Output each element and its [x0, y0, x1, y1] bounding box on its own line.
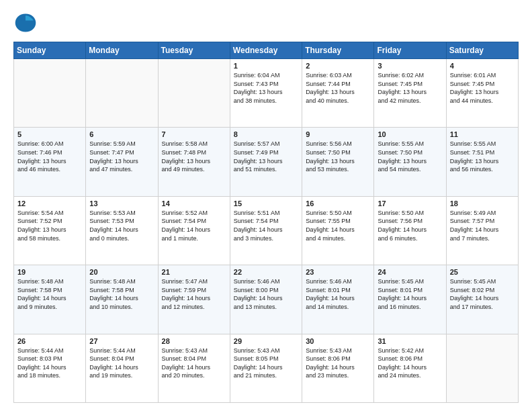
header-saturday: Saturday	[446, 42, 518, 59]
calendar-cell: 17Sunrise: 5:50 AM Sunset: 7:56 PM Dayli…	[374, 196, 446, 265]
cell-content: Sunrise: 5:43 AM Sunset: 8:05 PM Dayligh…	[234, 347, 298, 380]
week-row-2: 12Sunrise: 5:54 AM Sunset: 7:52 PM Dayli…	[14, 196, 519, 265]
cell-content: Sunrise: 5:43 AM Sunset: 8:06 PM Dayligh…	[306, 347, 370, 380]
cell-content: Sunrise: 5:42 AM Sunset: 8:06 PM Dayligh…	[378, 347, 442, 380]
day-number: 6	[89, 130, 154, 138]
day-number: 30	[306, 337, 370, 345]
day-number: 14	[162, 199, 226, 208]
calendar-cell: 1Sunrise: 6:04 AM Sunset: 7:43 PM Daylig…	[230, 59, 302, 128]
logo-icon	[13, 11, 38, 35]
calendar-cell: 2Sunrise: 6:03 AM Sunset: 7:44 PM Daylig…	[302, 59, 374, 128]
calendar-cell: 16Sunrise: 5:50 AM Sunset: 7:55 PM Dayli…	[302, 196, 374, 265]
calendar-cell: 15Sunrise: 5:51 AM Sunset: 7:54 PM Dayli…	[230, 196, 302, 265]
day-number: 15	[234, 199, 298, 208]
header-row: SundayMondayTuesdayWednesdayThursdayFrid…	[14, 42, 519, 59]
week-row-0: 1Sunrise: 6:04 AM Sunset: 7:43 PM Daylig…	[14, 59, 519, 128]
header-wednesday: Wednesday	[230, 42, 302, 59]
day-number: 18	[450, 199, 515, 208]
cell-content: Sunrise: 6:03 AM Sunset: 7:44 PM Dayligh…	[306, 71, 370, 105]
day-number: 28	[162, 337, 226, 345]
day-number: 29	[234, 337, 298, 345]
cell-content: Sunrise: 5:51 AM Sunset: 7:54 PM Dayligh…	[234, 209, 298, 242]
cell-content: Sunrise: 6:00 AM Sunset: 7:46 PM Dayligh…	[17, 140, 82, 173]
calendar-cell: 14Sunrise: 5:52 AM Sunset: 7:54 PM Dayli…	[158, 196, 230, 265]
day-number: 22	[234, 268, 298, 276]
cell-content: Sunrise: 5:50 AM Sunset: 7:55 PM Dayligh…	[306, 209, 370, 242]
calendar-cell	[86, 59, 158, 128]
day-number: 31	[378, 337, 442, 345]
calendar-cell: 26Sunrise: 5:44 AM Sunset: 8:03 PM Dayli…	[14, 334, 86, 402]
calendar-cell: 5Sunrise: 6:00 AM Sunset: 7:46 PM Daylig…	[14, 128, 86, 196]
day-number: 4	[450, 62, 515, 70]
cell-content: Sunrise: 5:48 AM Sunset: 7:58 PM Dayligh…	[17, 277, 82, 311]
calendar-cell: 9Sunrise: 5:56 AM Sunset: 7:50 PM Daylig…	[302, 128, 374, 196]
cell-content: Sunrise: 5:46 AM Sunset: 8:01 PM Dayligh…	[306, 277, 370, 311]
calendar-cell: 24Sunrise: 5:45 AM Sunset: 8:01 PM Dayli…	[374, 265, 446, 334]
day-number: 16	[306, 199, 370, 208]
day-number: 23	[306, 268, 370, 276]
header-sunday: Sunday	[14, 42, 86, 59]
day-number: 12	[17, 199, 82, 208]
day-number: 3	[378, 62, 442, 70]
calendar-cell: 30Sunrise: 5:43 AM Sunset: 8:06 PM Dayli…	[302, 334, 374, 402]
cell-content: Sunrise: 5:46 AM Sunset: 8:00 PM Dayligh…	[234, 277, 298, 311]
calendar-cell: 29Sunrise: 5:43 AM Sunset: 8:05 PM Dayli…	[230, 334, 302, 402]
calendar-cell: 28Sunrise: 5:43 AM Sunset: 8:04 PM Dayli…	[158, 334, 230, 402]
day-number: 20	[89, 268, 154, 276]
calendar-table: SundayMondayTuesdayWednesdayThursdayFrid…	[13, 42, 519, 403]
day-number: 8	[234, 130, 298, 138]
cell-content: Sunrise: 5:44 AM Sunset: 8:04 PM Dayligh…	[89, 347, 154, 380]
day-number: 26	[17, 337, 82, 345]
day-number: 11	[450, 130, 515, 138]
header-tuesday: Tuesday	[158, 42, 230, 59]
calendar-cell: 23Sunrise: 5:46 AM Sunset: 8:01 PM Dayli…	[302, 265, 374, 334]
calendar-cell: 8Sunrise: 5:57 AM Sunset: 7:49 PM Daylig…	[230, 128, 302, 196]
day-number: 13	[89, 199, 154, 208]
calendar-cell: 12Sunrise: 5:54 AM Sunset: 7:52 PM Dayli…	[14, 196, 86, 265]
cell-content: Sunrise: 5:43 AM Sunset: 8:04 PM Dayligh…	[162, 347, 226, 380]
calendar-cell: 21Sunrise: 5:47 AM Sunset: 7:59 PM Dayli…	[158, 265, 230, 334]
cell-content: Sunrise: 5:47 AM Sunset: 7:59 PM Dayligh…	[162, 277, 226, 311]
cell-content: Sunrise: 5:58 AM Sunset: 7:48 PM Dayligh…	[162, 140, 226, 173]
cell-content: Sunrise: 5:48 AM Sunset: 7:58 PM Dayligh…	[89, 277, 154, 311]
calendar-cell: 22Sunrise: 5:46 AM Sunset: 8:00 PM Dayli…	[230, 265, 302, 334]
calendar-cell: 4Sunrise: 6:01 AM Sunset: 7:45 PM Daylig…	[446, 59, 518, 128]
header-thursday: Thursday	[302, 42, 374, 59]
calendar-cell: 19Sunrise: 5:48 AM Sunset: 7:58 PM Dayli…	[14, 265, 86, 334]
header-monday: Monday	[86, 42, 158, 59]
week-row-3: 19Sunrise: 5:48 AM Sunset: 7:58 PM Dayli…	[14, 265, 519, 334]
day-number: 25	[450, 268, 515, 276]
calendar-cell: 20Sunrise: 5:48 AM Sunset: 7:58 PM Dayli…	[86, 265, 158, 334]
day-number: 9	[306, 130, 370, 138]
day-number: 7	[162, 130, 226, 138]
header	[13, 11, 519, 35]
day-number: 5	[17, 130, 82, 138]
calendar-cell: 13Sunrise: 5:53 AM Sunset: 7:53 PM Dayli…	[86, 196, 158, 265]
calendar-cell: 3Sunrise: 6:02 AM Sunset: 7:45 PM Daylig…	[374, 59, 446, 128]
day-number: 27	[89, 337, 154, 345]
cell-content: Sunrise: 5:49 AM Sunset: 7:57 PM Dayligh…	[450, 209, 515, 242]
calendar-cell	[158, 59, 230, 128]
calendar-cell: 10Sunrise: 5:55 AM Sunset: 7:50 PM Dayli…	[374, 128, 446, 196]
day-number: 10	[378, 130, 442, 138]
cell-content: Sunrise: 5:52 AM Sunset: 7:54 PM Dayligh…	[162, 209, 226, 242]
cell-content: Sunrise: 5:57 AM Sunset: 7:49 PM Dayligh…	[234, 140, 298, 173]
cell-content: Sunrise: 6:04 AM Sunset: 7:43 PM Dayligh…	[234, 71, 298, 105]
logo	[13, 11, 42, 35]
calendar-cell: 6Sunrise: 5:59 AM Sunset: 7:47 PM Daylig…	[86, 128, 158, 196]
cell-content: Sunrise: 5:45 AM Sunset: 8:01 PM Dayligh…	[378, 277, 442, 311]
cell-content: Sunrise: 5:44 AM Sunset: 8:03 PM Dayligh…	[17, 347, 82, 380]
calendar-cell: 31Sunrise: 5:42 AM Sunset: 8:06 PM Dayli…	[374, 334, 446, 402]
calendar-cell: 27Sunrise: 5:44 AM Sunset: 8:04 PM Dayli…	[86, 334, 158, 402]
cell-content: Sunrise: 5:59 AM Sunset: 7:47 PM Dayligh…	[89, 140, 154, 173]
day-number: 2	[306, 62, 370, 70]
cell-content: Sunrise: 5:45 AM Sunset: 8:02 PM Dayligh…	[450, 277, 515, 311]
cell-content: Sunrise: 6:02 AM Sunset: 7:45 PM Dayligh…	[378, 71, 442, 105]
header-friday: Friday	[374, 42, 446, 59]
cell-content: Sunrise: 6:01 AM Sunset: 7:45 PM Dayligh…	[450, 71, 515, 105]
cell-content: Sunrise: 5:55 AM Sunset: 7:51 PM Dayligh…	[450, 140, 515, 173]
cell-content: Sunrise: 5:54 AM Sunset: 7:52 PM Dayligh…	[17, 209, 82, 242]
day-number: 24	[378, 268, 442, 276]
calendar-cell: 7Sunrise: 5:58 AM Sunset: 7:48 PM Daylig…	[158, 128, 230, 196]
day-number: 21	[162, 268, 226, 276]
